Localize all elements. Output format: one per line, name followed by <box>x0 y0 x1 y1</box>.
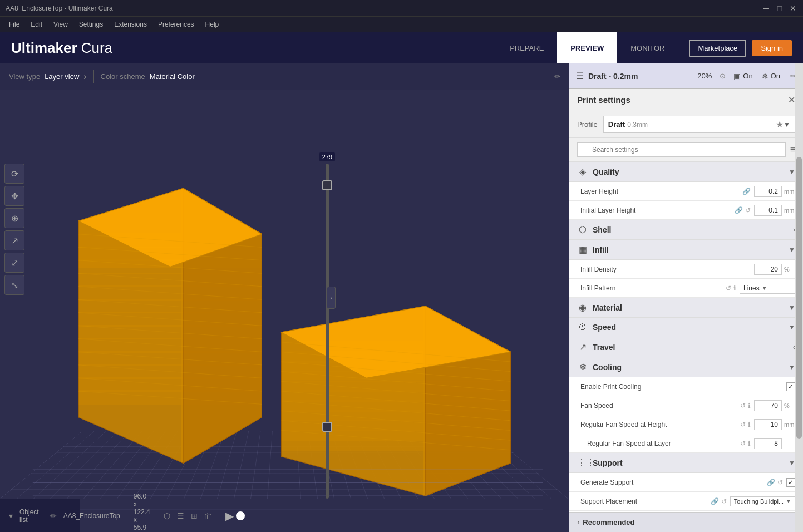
setting-initial-layer-name: Initial Layer Height <box>580 206 735 214</box>
rfl-info-icon[interactable]: ℹ <box>748 440 751 447</box>
menu-edit[interactable]: Edit <box>26 19 47 29</box>
section-cooling[interactable]: ❄ Cooling ▼ <box>569 357 803 377</box>
regular-fan-height-value[interactable]: 10 <box>754 419 782 430</box>
rfh-info-icon[interactable]: ℹ <box>748 421 751 428</box>
initial-layer-unit: mm <box>784 207 795 214</box>
rfl-reset-icon[interactable]: ↺ <box>740 440 746 447</box>
profile-value: Draft <box>608 120 625 129</box>
menu-preferences[interactable]: Preferences <box>154 19 199 29</box>
panel-expand-handle[interactable]: › <box>327 287 336 309</box>
model-view <box>0 90 569 532</box>
recommended-label[interactable]: Recommended <box>583 518 634 526</box>
reset-icon-1[interactable]: ↺ <box>745 206 751 214</box>
recommended-chevron[interactable]: ‹ <box>577 518 579 526</box>
search-input[interactable] <box>577 142 786 157</box>
link-icon[interactable]: 🔗 <box>742 188 751 195</box>
setting-regular-fan-layer: Regular Fan Speed at Layer ↺ ℹ 8 <box>569 434 803 453</box>
view-type-section: View type Layer view › <box>9 72 87 82</box>
generate-support-checkbox[interactable]: ✓ <box>786 478 795 487</box>
support-placement-dropdown[interactable]: Touching Buildpl... ▼ <box>730 496 795 506</box>
nav-preview[interactable]: PREVIEW <box>557 32 617 63</box>
nav-prepare[interactable]: PREPARE <box>496 32 557 63</box>
menu-settings[interactable]: Settings <box>75 19 107 29</box>
play-button[interactable]: ▶ <box>225 509 234 523</box>
copy-icon[interactable]: ⊞ <box>191 511 198 520</box>
section-travel[interactable]: ↗ Travel ‹ <box>569 337 803 357</box>
nav-monitor[interactable]: MONITOR <box>617 32 678 63</box>
viewport-edit-icon[interactable]: ✏ <box>554 72 560 81</box>
layer-track[interactable] <box>326 164 329 499</box>
gs-reset-icon[interactable]: ↺ <box>777 479 783 486</box>
window-controls: ─ □ ✕ <box>762 4 797 13</box>
infill-pattern-dropdown[interactable]: Lines ▼ <box>740 283 795 294</box>
tool-orbit[interactable]: ⟳ <box>4 164 24 184</box>
section-infill[interactable]: ▦ Infill ▼ <box>569 240 803 260</box>
infill-density-value[interactable]: 20 <box>754 264 782 275</box>
settings-menu-icon[interactable]: ≡ <box>790 145 795 155</box>
marketplace-btn[interactable]: Marketplace <box>689 40 746 57</box>
maximize-btn[interactable]: □ <box>775 4 784 13</box>
tool-scale[interactable]: ⤡ <box>4 275 24 295</box>
fan-info-icon[interactable]: ℹ <box>748 402 751 410</box>
regular-fan-height-unit: mm <box>784 421 795 428</box>
close-btn[interactable]: ✕ <box>789 4 797 13</box>
layer-progress-thumb[interactable] <box>236 511 245 520</box>
bottom-bar: ▾ Object list ✏ AA8_EnclosureTop 96.0 x … <box>0 499 80 532</box>
scrollbar[interactable] <box>795 63 803 532</box>
enable-cooling-checkbox[interactable]: ✓ <box>786 382 795 391</box>
initial-layer-value[interactable]: 0.1 <box>754 205 782 216</box>
layer-height-value[interactable]: 0.2 <box>754 186 782 197</box>
section-speed[interactable]: ⏱ Speed ▼ <box>569 318 803 337</box>
profile-bar-name: Draft - 0.2mm <box>588 72 638 81</box>
menu-help[interactable]: Help <box>201 19 224 29</box>
print-settings-close[interactable]: ✕ <box>788 95 795 105</box>
menu-extensions[interactable]: Extensions <box>110 19 151 29</box>
layer-slider[interactable]: 279 <box>319 152 336 499</box>
print-settings-title: Print settings <box>577 95 788 105</box>
profile-star-icon[interactable]: ★ <box>776 119 784 130</box>
menu-file[interactable]: File <box>4 19 24 29</box>
sp-link-icon[interactable]: 🔗 <box>711 497 719 505</box>
link-icon-2[interactable]: 🔗 <box>735 206 743 214</box>
tool-select[interactable]: ↗ <box>4 230 24 250</box>
generate-support-name: Generate Support <box>580 479 767 486</box>
profile-dropdown[interactable]: Draft 0.3mm ★ ▼ <box>603 116 795 133</box>
gs-link-icon[interactable]: 🔗 <box>767 479 775 486</box>
list-view-icon[interactable]: ☰ <box>177 511 184 520</box>
section-support[interactable]: ⋮⋮ Support ▼ <box>569 453 803 473</box>
section-material[interactable]: ◉ Material ▼ <box>569 298 803 318</box>
tool-move[interactable]: ⤢ <box>4 253 24 273</box>
setting-fan-speed: Fan Speed ↺ ℹ 70 % <box>569 396 803 415</box>
scrollbar-thumb[interactable] <box>796 157 802 438</box>
layer-handle-bottom[interactable] <box>322 422 332 432</box>
tool-pan[interactable]: ✥ <box>4 186 24 206</box>
logo: Ultimaker Cura <box>11 40 496 57</box>
menu-view[interactable]: View <box>49 19 72 29</box>
tool-zoom[interactable]: ⊕ <box>4 208 24 228</box>
viewport[interactable]: View type Layer view › Color scheme Mate… <box>0 63 569 532</box>
3d-view-icon[interactable]: ⬡ <box>164 511 170 520</box>
section-quality[interactable]: ◈ Quality ▼ <box>569 162 803 182</box>
setting-generate-support: Generate Support 🔗 ↺ ✓ <box>569 473 803 492</box>
collapse-icon[interactable]: ▾ <box>9 511 13 520</box>
minimize-btn[interactable]: ─ <box>762 4 771 13</box>
regular-fan-layer-value[interactable]: 8 <box>754 438 782 449</box>
recommended-bar[interactable]: ‹ Recommended <box>569 512 803 532</box>
reset-icon-2[interactable]: ↺ <box>726 284 731 292</box>
info-icon-1[interactable]: ℹ <box>733 284 736 292</box>
view-type-toggle[interactable]: › <box>83 72 86 82</box>
object-edit-icon[interactable]: ✏ <box>50 511 57 520</box>
view-type-label: View type <box>9 72 40 81</box>
signin-btn[interactable]: Sign in <box>752 40 792 56</box>
fan-reset-icon[interactable]: ↺ <box>740 402 746 410</box>
viewport-toolbar: View type Layer view › Color scheme Mate… <box>0 63 569 90</box>
section-shell[interactable]: ⬡ Shell › <box>569 220 803 240</box>
delete-icon[interactable]: 🗑 <box>204 511 212 520</box>
profile-label: Profile <box>577 120 598 129</box>
infill-pattern-icons: ↺ ℹ <box>726 284 736 292</box>
layer-handle-top[interactable] <box>322 180 332 190</box>
sp-reset-icon[interactable]: ↺ <box>721 497 727 505</box>
rfh-reset-icon[interactable]: ↺ <box>740 421 746 428</box>
print-settings-panel: Print settings ✕ Profile Draft 0.3mm ★ ▼… <box>569 89 803 512</box>
fan-speed-value[interactable]: 70 <box>754 400 782 411</box>
